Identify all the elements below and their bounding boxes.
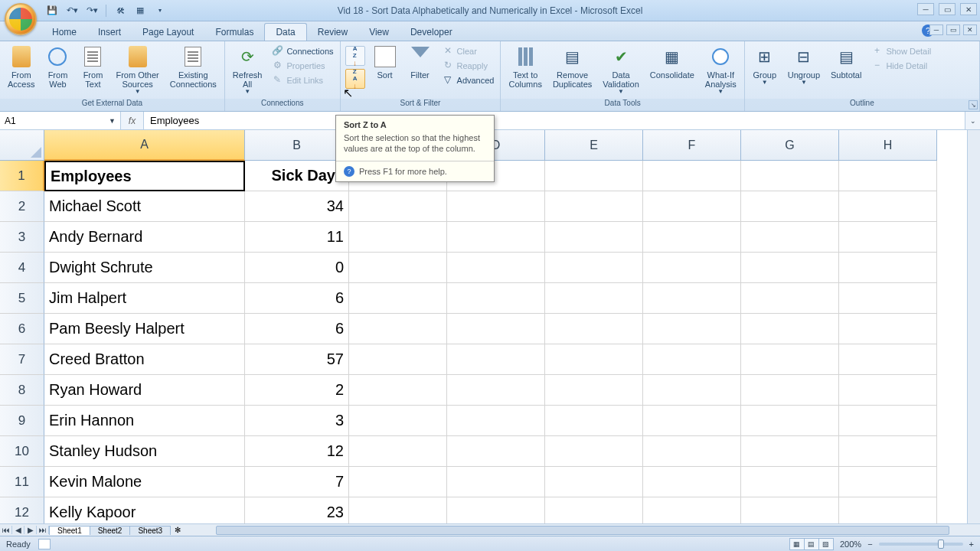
row-header-8[interactable]: 8: [0, 375, 44, 406]
ribbon-close-button[interactable]: ✕: [963, 24, 977, 35]
cell-E2[interactable]: [545, 191, 643, 222]
office-button[interactable]: [5, 3, 37, 35]
col-header-H[interactable]: H: [839, 130, 937, 161]
cell-D3[interactable]: [447, 222, 545, 253]
cell-B11[interactable]: 7: [245, 467, 349, 497]
col-header-A[interactable]: A: [44, 130, 245, 161]
worksheet-grid[interactable]: ABCDEFGH1EmployeesSick Days2Michael Scot…: [0, 130, 980, 523]
zoom-out-button[interactable]: −: [867, 540, 872, 549]
cell-B2[interactable]: 34: [245, 191, 349, 222]
cell-H7[interactable]: [839, 344, 937, 375]
cell-H5[interactable]: [839, 283, 937, 314]
cell-E7[interactable]: [545, 344, 643, 375]
cell-A3[interactable]: Andy Bernard: [44, 222, 245, 253]
cell-C10[interactable]: [349, 436, 447, 467]
expand-formula-bar-icon[interactable]: ⌄: [965, 112, 980, 129]
cell-F7[interactable]: [643, 344, 741, 375]
cell-C4[interactable]: [349, 253, 447, 283]
row-header-7[interactable]: 7: [0, 344, 44, 375]
cell-D12[interactable]: [447, 497, 545, 523]
cell-E10[interactable]: [545, 436, 643, 467]
cell-G12[interactable]: [741, 497, 839, 523]
cell-A10[interactable]: Stanley Hudson: [44, 436, 245, 467]
from-text-button[interactable]: From Text: [76, 43, 109, 90]
cell-H10[interactable]: [839, 436, 937, 467]
cell-H12[interactable]: [839, 497, 937, 523]
tab-data[interactable]: Data: [264, 23, 306, 41]
sort-az-button[interactable]: AZ↓: [345, 46, 365, 66]
zoom-level[interactable]: 200%: [840, 540, 861, 549]
normal-view-button[interactable]: ▦: [789, 538, 805, 550]
row-header-10[interactable]: 10: [0, 436, 44, 467]
qat-dropdown-icon[interactable]: ▾: [154, 5, 166, 17]
redo-icon[interactable]: ↷▾: [86, 5, 98, 17]
cell-E6[interactable]: [545, 314, 643, 344]
row-header-12[interactable]: 12: [0, 497, 44, 523]
cell-H1[interactable]: [839, 161, 937, 191]
cell-A4[interactable]: Dwight Schrute: [44, 253, 245, 283]
cell-G9[interactable]: [741, 406, 839, 436]
cell-G11[interactable]: [741, 467, 839, 497]
tab-page-layout[interactable]: Page Layout: [132, 24, 204, 41]
from-web-button[interactable]: From Web: [41, 43, 74, 90]
cell-A5[interactable]: Jim Halpert: [44, 283, 245, 314]
cell-F11[interactable]: [643, 467, 741, 497]
cell-D4[interactable]: [447, 253, 545, 283]
col-header-F[interactable]: F: [643, 130, 741, 161]
row-header-9[interactable]: 9: [0, 406, 44, 436]
cell-D7[interactable]: [447, 344, 545, 375]
cell-B10[interactable]: 12: [245, 436, 349, 467]
ungroup-button[interactable]: ⊟Ungroup▼: [783, 43, 825, 88]
remove-duplicates-button[interactable]: ▤Remove Duplicates: [548, 43, 596, 90]
cell-E8[interactable]: [545, 375, 643, 406]
from-access-button[interactable]: From Access: [3, 43, 39, 90]
cell-G6[interactable]: [741, 314, 839, 344]
advanced-button[interactable]: ▽Advanced: [439, 73, 498, 87]
cell-H4[interactable]: [839, 253, 937, 283]
text-to-columns-button[interactable]: Text to Columns: [504, 43, 546, 90]
vertical-scrollbar[interactable]: [967, 130, 980, 523]
cell-G10[interactable]: [741, 436, 839, 467]
cell-B8[interactable]: 2: [245, 375, 349, 406]
ribbon-restore-button[interactable]: ▭: [946, 24, 960, 35]
cell-A7[interactable]: Creed Bratton: [44, 344, 245, 375]
zoom-in-button[interactable]: +: [969, 540, 974, 549]
cell-C2[interactable]: [349, 191, 447, 222]
row-header-2[interactable]: 2: [0, 191, 44, 222]
cell-E5[interactable]: [545, 283, 643, 314]
tab-formulas[interactable]: Formulas: [204, 24, 264, 41]
cell-E9[interactable]: [545, 406, 643, 436]
cell-H9[interactable]: [839, 406, 937, 436]
chevron-down-icon[interactable]: ▼: [109, 117, 116, 125]
cell-H11[interactable]: [839, 467, 937, 497]
data-validation-button[interactable]: ✔Data Validation▼: [598, 43, 644, 97]
cell-C3[interactable]: [349, 222, 447, 253]
what-if-analysis-button[interactable]: What-If Analysis▼: [701, 43, 741, 97]
qat-tool-icon[interactable]: 🛠: [114, 5, 126, 17]
cell-A6[interactable]: Pam Beesly Halpert: [44, 314, 245, 344]
tab-view[interactable]: View: [358, 24, 400, 41]
zoom-slider[interactable]: [879, 543, 963, 546]
cell-C5[interactable]: [349, 283, 447, 314]
cell-C12[interactable]: [349, 497, 447, 523]
cell-B3[interactable]: 11: [245, 222, 349, 253]
cell-G8[interactable]: [741, 375, 839, 406]
row-header-6[interactable]: 6: [0, 314, 44, 344]
cell-C9[interactable]: [349, 406, 447, 436]
cell-B5[interactable]: 6: [245, 283, 349, 314]
cell-F12[interactable]: [643, 497, 741, 523]
qat-form-icon[interactable]: ▦: [134, 5, 146, 17]
cell-F4[interactable]: [643, 253, 741, 283]
cell-G7[interactable]: [741, 344, 839, 375]
cell-F10[interactable]: [643, 436, 741, 467]
cell-F6[interactable]: [643, 314, 741, 344]
cell-E1[interactable]: [545, 161, 643, 191]
cell-A1[interactable]: Employees: [44, 161, 245, 191]
sort-button[interactable]: Sort: [368, 43, 402, 81]
cell-F8[interactable]: [643, 375, 741, 406]
cell-G4[interactable]: [741, 253, 839, 283]
consolidate-button[interactable]: ▦Consolidate: [645, 43, 699, 81]
cell-B9[interactable]: 3: [245, 406, 349, 436]
refresh-all-button[interactable]: ⟳Refresh All▼: [228, 43, 267, 97]
cell-A2[interactable]: Michael Scott: [44, 191, 245, 222]
